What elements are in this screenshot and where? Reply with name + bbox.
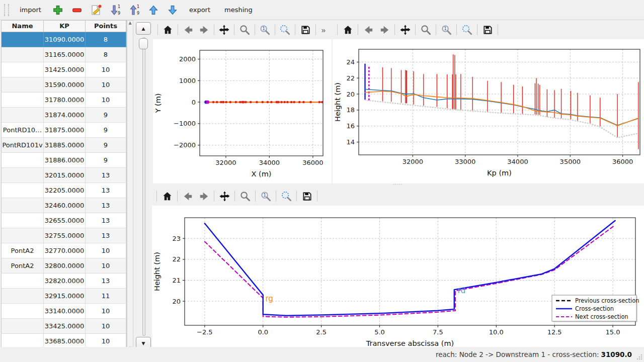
zoom-selection-icon: [279, 24, 291, 36]
profile-plot-toolbar: 1: [333, 20, 644, 39]
forward-button[interactable]: [196, 189, 211, 204]
edit-cross-section-button[interactable]: [88, 2, 104, 18]
table-row[interactable]: 31780.000010: [2, 93, 126, 108]
pan-button[interactable]: [217, 22, 231, 37]
table-row[interactable]: 33140.000010: [2, 304, 126, 319]
forward-icon: [379, 24, 390, 36]
back-button[interactable]: [180, 189, 195, 204]
legend: Previous cross-sectionCross-sectionNext …: [552, 295, 639, 322]
table-row[interactable]: PontRD101v31885.00009: [2, 138, 126, 153]
cell-kp: 33140.0000: [44, 304, 86, 319]
export-button[interactable]: export: [184, 4, 216, 16]
table-row[interactable]: 33425.000010: [2, 319, 126, 334]
forward-button[interactable]: [197, 22, 211, 37]
home-button[interactable]: [160, 22, 175, 37]
table-row[interactable]: 31590.000010: [2, 77, 126, 93]
table-row[interactable]: 32915.000011: [2, 289, 126, 304]
zoom-to-point-button[interactable]: 1: [258, 189, 273, 204]
profile-plot-canvas[interactable]: 3200033000340003500036000141618202224Kp …: [333, 39, 644, 184]
sort-descending-button[interactable]: 19: [107, 2, 123, 18]
svg-text:X (m): X (m): [252, 170, 272, 178]
zoom-to-point-icon: 1: [441, 24, 452, 36]
table-row[interactable]: 32460.000013: [2, 198, 126, 213]
slider-track[interactable]: [142, 37, 145, 336]
table-row[interactable]: 31886.00009: [2, 153, 126, 168]
home-button[interactable]: [340, 22, 355, 37]
svg-text:16: 16: [346, 122, 355, 130]
column-header-name[interactable]: Name: [2, 21, 44, 32]
remove-cross-section-button[interactable]: [69, 2, 85, 18]
cell-kp: 31875.0000: [44, 123, 86, 138]
toolbar-drag-handle[interactable]: [4, 4, 9, 16]
cell-points: 9: [86, 153, 126, 168]
table-row[interactable]: PontA232800.000010: [2, 258, 126, 274]
pan-button[interactable]: [397, 22, 413, 37]
zoom-icon: [239, 24, 251, 36]
cell-name: [2, 319, 44, 334]
cell-name: [2, 213, 44, 228]
table-row[interactable]: 31090.00008: [2, 32, 126, 47]
svg-text:33000: 33000: [455, 158, 475, 165]
cell-name: [2, 153, 44, 168]
table-row[interactable]: PontA232770.000010: [2, 243, 126, 258]
back-icon: [182, 191, 194, 202]
svg-text:1: 1: [444, 26, 446, 31]
zoom-selection-button[interactable]: [278, 22, 292, 37]
cross-section-plot-canvas[interactable]: −2.50.02.55.07.510.012.515.020212223rgrd…: [152, 206, 644, 348]
move-down-button[interactable]: [165, 2, 181, 18]
table-row[interactable]: 32205.000013: [2, 183, 126, 198]
save-button[interactable]: [480, 22, 495, 37]
svg-text:9: 9: [137, 11, 139, 16]
table-row[interactable]: 32755.000013: [2, 228, 126, 243]
zoom-button[interactable]: [237, 189, 253, 204]
column-header-kp[interactable]: KP: [44, 21, 86, 32]
table-row[interactable]: PontRD10…31875.00009: [2, 123, 126, 138]
cell-name: [2, 32, 44, 47]
svg-text:22: 22: [172, 255, 181, 263]
slider-handle[interactable]: [139, 38, 148, 49]
table-row[interactable]: 31874.00009: [2, 108, 126, 123]
status-text: reach: Node 2 -> Downstream 1 - cross-se…: [436, 350, 599, 358]
svg-text:Transverse abscissa (m): Transverse abscissa (m): [366, 339, 454, 347]
svg-text:22: 22: [346, 74, 355, 82]
cell-points: 9: [86, 123, 126, 138]
table-scrollbar[interactable]: ▲ ▼: [127, 20, 133, 351]
table-row[interactable]: 32820.000013: [2, 274, 126, 289]
save-button[interactable]: [299, 189, 314, 204]
zoom-button[interactable]: [237, 22, 252, 37]
sort-ascending-button[interactable]: 19: [126, 2, 142, 18]
meshing-button[interactable]: meshing: [219, 4, 258, 16]
resize-grip[interactable]: [636, 354, 642, 360]
table-row[interactable]: 31165.00008: [2, 47, 126, 62]
back-button[interactable]: [361, 22, 376, 37]
forward-button[interactable]: [377, 22, 392, 37]
svg-text:2.5: 2.5: [316, 328, 327, 336]
table-row[interactable]: 32655.000013: [2, 213, 126, 228]
table-row[interactable]: 32015.000013: [2, 168, 126, 183]
save-button[interactable]: [298, 22, 312, 37]
back-button[interactable]: [181, 22, 195, 37]
slider-up-button[interactable]: ▲: [136, 22, 151, 35]
zoom-to-point-button[interactable]: 1: [258, 22, 272, 37]
plan-plot-toolbar: 1»: [153, 20, 332, 39]
zoom-to-point-button[interactable]: 1: [439, 22, 454, 37]
move-up-button[interactable]: [145, 2, 162, 18]
zoom-selection-button[interactable]: [279, 189, 294, 204]
cell-points: 10: [86, 319, 126, 334]
plan-plot-canvas[interactable]: 320003400036000−2000−1000010002000X (m)Y…: [153, 39, 332, 184]
home-button[interactable]: [159, 189, 175, 204]
pan-icon: [219, 191, 230, 202]
table-row[interactable]: 31425.000010: [2, 62, 126, 77]
toolbar-overflow-button[interactable]: »: [318, 25, 329, 35]
column-header-points[interactable]: Points: [86, 21, 126, 32]
scroll-up-icon[interactable]: ▲: [128, 21, 131, 25]
cell-kp: 32770.0000: [44, 243, 86, 258]
import-button[interactable]: import: [14, 4, 47, 16]
cell-points: 10: [86, 258, 126, 274]
zoom-selection-button[interactable]: [459, 22, 474, 37]
svg-text:1: 1: [262, 26, 265, 31]
zoom-button[interactable]: [418, 22, 433, 37]
pan-button[interactable]: [217, 189, 232, 204]
add-cross-section-button[interactable]: [50, 2, 66, 18]
cell-kp: 33425.0000: [44, 319, 86, 334]
